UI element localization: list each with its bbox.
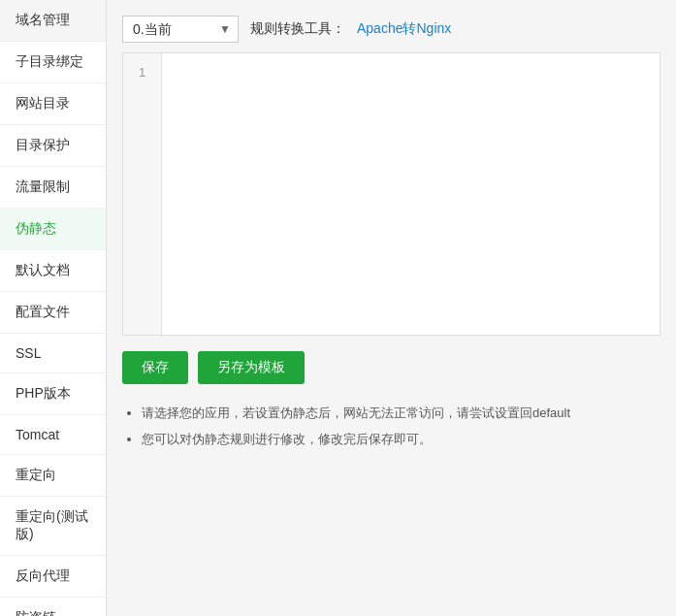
note-item-2: 您可以对伪静态规则进行修改，修改完后保存即可。 [142,430,660,450]
line-number-1: 1 [123,61,161,84]
save-button[interactable]: 保存 [122,351,188,384]
notes-list: 请选择您的应用，若设置伪静态后，网站无法正常访问，请尝试设置回default 您… [122,404,660,450]
apache-to-nginx-link[interactable]: Apache转Nginx [357,20,451,38]
sidebar-item-hotlink-protect[interactable]: 防盗链 [0,598,106,616]
editor-container: 1 [122,52,660,336]
sidebar-item-domain-management[interactable]: 域名管理 [0,0,106,42]
sidebar-item-default-doc[interactable]: 默认文档 [0,250,106,292]
sidebar-item-redirect-test[interactable]: 重定向(测试版) [0,497,106,556]
sidebar-item-php-version[interactable]: PHP版本 [0,373,106,415]
sidebar-item-dir-protect[interactable]: 目录保护 [0,125,106,167]
sidebar-item-config-file[interactable]: 配置文件 [0,292,106,334]
note-item-1: 请选择您的应用，若设置伪静态后，网站无法正常访问，请尝试设置回default [142,404,660,424]
toolbar: 0.当前 ▼ 规则转换工具： Apache转Nginx [122,16,660,43]
sidebar-item-tomcat[interactable]: Tomcat [0,415,106,455]
sidebar-item-ssl[interactable]: SSL [0,334,106,373]
main-content: 0.当前 ▼ 规则转换工具： Apache转Nginx 1 保存 另存为模板 请… [107,0,676,616]
pseudo-static-select[interactable]: 0.当前 [122,16,239,43]
sidebar-item-redirect[interactable]: 重定向 [0,455,106,497]
sidebar-item-traffic-limit[interactable]: 流量限制 [0,167,106,209]
line-numbers: 1 [123,53,162,335]
sidebar-item-subdir-bind[interactable]: 子目录绑定 [0,42,106,83]
sidebar-item-pseudo-static[interactable]: 伪静态 [0,209,106,250]
select-wrapper: 0.当前 ▼ [122,16,239,43]
save-template-button[interactable]: 另存为模板 [198,351,305,384]
sidebar-item-reverse-proxy[interactable]: 反向代理 [0,556,106,598]
sidebar-item-site-dir[interactable]: 网站目录 [0,83,106,125]
sidebar: 域名管理 子目录绑定 网站目录 目录保护 流量限制 伪静态 默认文档 配置文件 … [0,0,107,616]
button-row: 保存 另存为模板 [122,351,660,384]
editor-textarea[interactable] [162,53,660,335]
toolbar-rule-label: 规则转换工具： [250,20,345,38]
